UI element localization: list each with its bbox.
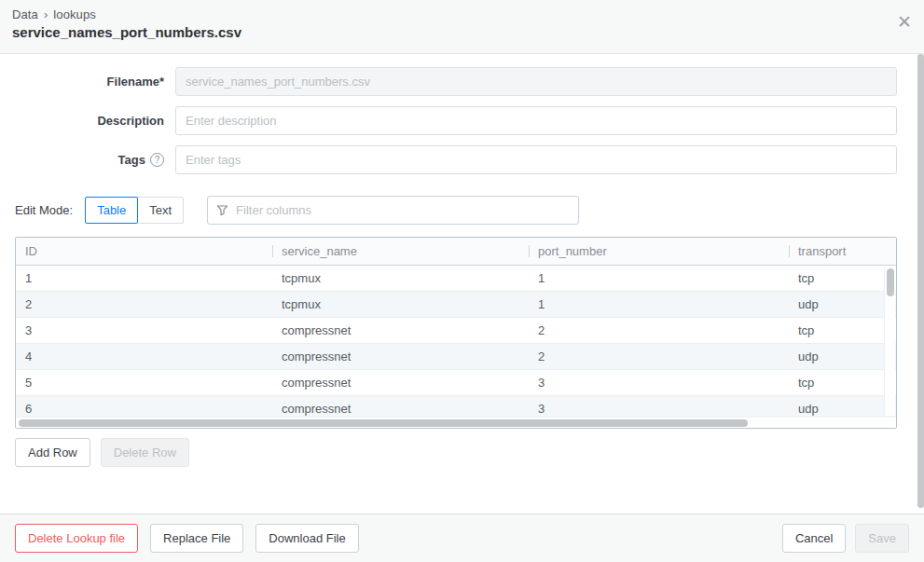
table-cell[interactable]: 3 [529,402,789,416]
table-cell[interactable]: 2 [529,323,789,337]
column-header-transport[interactable]: transport [789,238,896,265]
filename-row: Filename* [0,67,897,96]
filter-columns-wrap [207,196,579,225]
lookup-editor-modal: Data›lookups service_names_port_numbers.… [0,0,924,562]
save-button[interactable]: Save [855,524,909,553]
table-row[interactable]: 3compressnet2tcp [16,318,896,344]
table-row[interactable]: 5compressnet3tcp [16,370,896,396]
replace-file-button[interactable]: Replace File [150,524,243,553]
description-field[interactable] [175,106,897,135]
vertical-scrollbar-thumb[interactable] [887,268,894,296]
table-cell[interactable]: tcp [789,271,896,285]
description-label: Description [0,114,175,128]
page-scrollbar[interactable] [917,54,924,508]
table-cell[interactable]: 3 [16,323,272,337]
horizontal-scrollbar[interactable] [16,417,896,428]
horizontal-scrollbar-thumb[interactable] [19,419,748,427]
table-cell[interactable]: 4 [16,350,272,363]
edit-mode-toggle: Table Text [85,197,184,224]
vertical-scrollbar[interactable] [884,267,895,416]
table-cell[interactable]: tcpmux [272,271,529,285]
tags-label-text: Tags [118,153,145,167]
delete-row-button[interactable]: Delete Row [101,438,189,467]
breadcrumb-lookups[interactable]: lookups [53,7,96,21]
table-row[interactable]: 2tcpmux1udp [16,292,896,318]
lookup-table: IDservice_nameport_numbertransport 1tcpm… [15,237,897,429]
footer-left-actions: Delete Lookup file Replace File Download… [15,524,359,553]
table-cell[interactable]: compressnet [272,323,529,337]
column-header-port_number[interactable]: port_number [529,238,789,265]
table-cell[interactable]: compressnet [272,376,529,390]
filter-columns-input[interactable] [207,196,579,225]
tags-row: Tags ? [0,145,897,174]
table-cell[interactable]: udp [789,350,896,363]
column-header-id[interactable]: ID [16,238,272,265]
tags-field[interactable] [175,145,897,174]
table-row[interactable]: 4compressnet2udp [16,344,896,370]
table-cell[interactable]: tcpmux [272,297,529,311]
filter-funnel-icon [216,203,228,220]
help-icon[interactable]: ? [150,153,164,167]
row-actions: Add Row Delete Row [15,438,924,467]
breadcrumb-data[interactable]: Data [12,7,38,21]
close-icon[interactable]: ✕ [897,13,912,31]
modal-body: Filename* Description Tags ? Edit Mode: … [0,54,924,514]
table-cell[interactable]: 1 [529,271,789,285]
table-cell[interactable]: 2 [16,297,272,311]
description-row: Description [0,106,897,135]
edit-mode-label: Edit Mode: [15,203,73,217]
table-cell[interactable]: 5 [16,376,272,390]
download-file-button[interactable]: Download File [255,524,358,553]
footer-right-actions: Cancel Save [782,524,909,553]
edit-mode-table-button[interactable]: Table [85,197,138,224]
add-row-button[interactable]: Add Row [15,438,90,467]
table-row[interactable]: 6compressnet3udp [16,396,896,417]
table-cell[interactable]: udp [789,297,896,311]
page-scrollbar-thumb[interactable] [917,54,924,508]
table-cell[interactable]: tcp [789,376,896,390]
table-cell[interactable]: 6 [16,402,272,416]
table-cell[interactable]: udp [789,402,896,416]
table-cell[interactable]: compressnet [272,350,529,363]
filename-label: Filename* [0,75,175,89]
table-cell[interactable]: compressnet [272,402,529,416]
table-cell[interactable]: tcp [789,323,896,337]
edit-mode-text-button[interactable]: Text [137,197,184,224]
tags-label: Tags ? [0,153,175,167]
table-body: 1tcpmux1tcp2tcpmux1udp3compressnet2tcp4c… [16,266,896,417]
breadcrumb: Data›lookups [12,7,909,21]
table-cell[interactable]: 1 [16,271,272,285]
table-header-row: IDservice_nameport_numbertransport [16,238,896,266]
cancel-button[interactable]: Cancel [782,524,846,553]
table-cell[interactable]: 1 [529,297,789,311]
edit-mode-row: Edit Mode: Table Text [15,196,924,225]
column-header-service_name[interactable]: service_name [272,238,529,265]
table-cell[interactable]: 2 [529,350,789,363]
table-cell[interactable]: 3 [529,376,789,390]
filename-field [175,67,897,96]
delete-lookup-file-button[interactable]: Delete Lookup file [15,524,138,553]
table-row[interactable]: 1tcpmux1tcp [16,266,896,292]
page-title: service_names_port_numbers.csv [12,24,909,40]
modal-footer: Delete Lookup file Replace File Download… [0,514,924,562]
modal-header: Data›lookups service_names_port_numbers.… [0,0,924,54]
breadcrumb-separator: › [44,7,48,21]
